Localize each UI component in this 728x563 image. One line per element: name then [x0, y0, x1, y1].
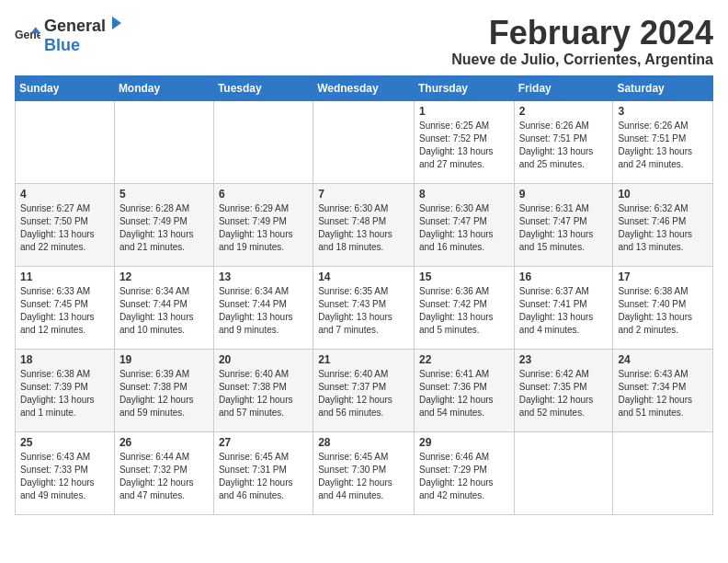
- calendar-week-row: 11Sunrise: 6:33 AM Sunset: 7:45 PM Dayli…: [16, 266, 713, 349]
- day-info: Sunrise: 6:45 AM Sunset: 7:31 PM Dayligh…: [219, 451, 308, 502]
- calendar-cell: 14Sunrise: 6:35 AM Sunset: 7:43 PM Dayli…: [313, 266, 415, 349]
- logo: General General Blue: [15, 15, 123, 55]
- calendar-cell: 26Sunrise: 6:44 AM Sunset: 7:32 PM Dayli…: [114, 431, 213, 514]
- calendar-cell: [213, 100, 313, 183]
- day-number: 9: [519, 188, 609, 201]
- calendar-cell: 23Sunrise: 6:42 AM Sunset: 7:35 PM Dayli…: [514, 349, 613, 431]
- calendar-table: SundayMondayTuesdayWednesdayThursdayFrid…: [15, 75, 713, 515]
- day-info: Sunrise: 6:26 AM Sunset: 7:51 PM Dayligh…: [519, 120, 609, 171]
- calendar-cell: [313, 100, 415, 183]
- calendar-cell: 25Sunrise: 6:43 AM Sunset: 7:33 PM Dayli…: [16, 431, 115, 514]
- day-info: Sunrise: 6:30 AM Sunset: 7:47 PM Dayligh…: [419, 202, 509, 254]
- day-info: Sunrise: 6:28 AM Sunset: 7:49 PM Dayligh…: [119, 202, 209, 254]
- day-info: Sunrise: 6:32 AM Sunset: 7:46 PM Dayligh…: [618, 202, 708, 254]
- day-number: 4: [20, 188, 109, 201]
- day-number: 17: [618, 270, 708, 283]
- day-number: 2: [519, 105, 609, 118]
- day-number: 8: [419, 188, 509, 201]
- day-number: 13: [219, 270, 308, 283]
- logo-icon: General: [15, 22, 40, 48]
- day-info: Sunrise: 6:42 AM Sunset: 7:35 PM Dayligh…: [519, 368, 609, 419]
- day-info: Sunrise: 6:25 AM Sunset: 7:52 PM Dayligh…: [419, 120, 509, 171]
- day-number: 5: [119, 188, 209, 201]
- calendar-cell: [514, 431, 613, 514]
- day-number: 24: [618, 353, 708, 366]
- calendar-cell: [613, 431, 713, 514]
- day-number: 11: [20, 270, 109, 283]
- calendar-cell: 6Sunrise: 6:29 AM Sunset: 7:49 PM Daylig…: [213, 183, 313, 266]
- calendar-cell: 4Sunrise: 6:27 AM Sunset: 7:50 PM Daylig…: [16, 183, 115, 266]
- day-number: 29: [419, 436, 509, 449]
- day-number: 12: [119, 270, 209, 283]
- calendar-cell: 8Sunrise: 6:30 AM Sunset: 7:47 PM Daylig…: [414, 183, 514, 266]
- day-info: Sunrise: 6:34 AM Sunset: 7:44 PM Dayligh…: [219, 285, 308, 337]
- day-number: 18: [20, 353, 109, 366]
- calendar-cell: 13Sunrise: 6:34 AM Sunset: 7:44 PM Dayli…: [213, 266, 313, 349]
- calendar-cell: 18Sunrise: 6:38 AM Sunset: 7:39 PM Dayli…: [16, 349, 115, 431]
- calendar-cell: 7Sunrise: 6:30 AM Sunset: 7:48 PM Daylig…: [313, 183, 415, 266]
- page-subtitle: Nueve de Julio, Corrientes, Argentina: [451, 52, 713, 68]
- day-number: 7: [318, 188, 409, 201]
- calendar-cell: 28Sunrise: 6:45 AM Sunset: 7:30 PM Dayli…: [313, 431, 415, 514]
- day-number: 3: [618, 105, 708, 118]
- calendar-cell: 27Sunrise: 6:45 AM Sunset: 7:31 PM Dayli…: [213, 431, 313, 514]
- day-number: 14: [318, 270, 409, 283]
- day-number: 19: [119, 353, 209, 366]
- page-header: General General Blue February 2024 Nueve…: [15, 15, 713, 68]
- day-info: Sunrise: 6:35 AM Sunset: 7:43 PM Dayligh…: [318, 285, 409, 337]
- day-number: 21: [318, 353, 409, 366]
- calendar-cell: 24Sunrise: 6:43 AM Sunset: 7:34 PM Dayli…: [613, 349, 713, 431]
- weekday-header-sunday: Sunday: [16, 75, 115, 100]
- day-number: 16: [519, 270, 609, 283]
- day-number: 1: [419, 105, 509, 118]
- calendar-body: 1Sunrise: 6:25 AM Sunset: 7:52 PM Daylig…: [16, 100, 713, 514]
- day-info: Sunrise: 6:29 AM Sunset: 7:49 PM Dayligh…: [219, 202, 308, 254]
- day-info: Sunrise: 6:30 AM Sunset: 7:48 PM Dayligh…: [318, 202, 409, 254]
- calendar-week-row: 1Sunrise: 6:25 AM Sunset: 7:52 PM Daylig…: [16, 100, 713, 183]
- svg-marker-2: [112, 17, 121, 29]
- day-number: 25: [20, 436, 109, 449]
- day-info: Sunrise: 6:43 AM Sunset: 7:33 PM Dayligh…: [20, 451, 109, 502]
- logo-general: General: [44, 17, 106, 36]
- calendar-week-row: 4Sunrise: 6:27 AM Sunset: 7:50 PM Daylig…: [16, 183, 713, 266]
- weekday-header-tuesday: Tuesday: [213, 75, 313, 100]
- calendar-cell: 9Sunrise: 6:31 AM Sunset: 7:47 PM Daylig…: [514, 183, 613, 266]
- day-info: Sunrise: 6:26 AM Sunset: 7:51 PM Dayligh…: [618, 120, 708, 171]
- day-info: Sunrise: 6:43 AM Sunset: 7:34 PM Dayligh…: [618, 368, 708, 419]
- day-number: 22: [419, 353, 509, 366]
- day-info: Sunrise: 6:44 AM Sunset: 7:32 PM Dayligh…: [119, 451, 209, 502]
- weekday-header-row: SundayMondayTuesdayWednesdayThursdayFrid…: [16, 75, 713, 100]
- calendar-cell: 17Sunrise: 6:38 AM Sunset: 7:40 PM Dayli…: [613, 266, 713, 349]
- logo-blue: Blue: [44, 36, 80, 54]
- calendar-cell: 21Sunrise: 6:40 AM Sunset: 7:37 PM Dayli…: [313, 349, 415, 431]
- day-number: 23: [519, 353, 609, 366]
- weekday-header-thursday: Thursday: [414, 75, 514, 100]
- day-number: 28: [318, 436, 409, 449]
- day-info: Sunrise: 6:33 AM Sunset: 7:45 PM Dayligh…: [20, 285, 109, 337]
- day-info: Sunrise: 6:41 AM Sunset: 7:36 PM Dayligh…: [419, 368, 509, 419]
- day-info: Sunrise: 6:38 AM Sunset: 7:40 PM Dayligh…: [618, 285, 708, 337]
- calendar-cell: [16, 100, 115, 183]
- calendar-cell: [114, 100, 213, 183]
- day-info: Sunrise: 6:36 AM Sunset: 7:42 PM Dayligh…: [419, 285, 509, 337]
- calendar-cell: 2Sunrise: 6:26 AM Sunset: 7:51 PM Daylig…: [514, 100, 613, 183]
- weekday-header-monday: Monday: [114, 75, 213, 100]
- day-info: Sunrise: 6:45 AM Sunset: 7:30 PM Dayligh…: [318, 451, 409, 502]
- day-number: 26: [119, 436, 209, 449]
- calendar-cell: 19Sunrise: 6:39 AM Sunset: 7:38 PM Dayli…: [114, 349, 213, 431]
- day-number: 6: [219, 188, 308, 201]
- day-number: 10: [618, 188, 708, 201]
- calendar-week-row: 25Sunrise: 6:43 AM Sunset: 7:33 PM Dayli…: [16, 431, 713, 514]
- calendar-cell: 5Sunrise: 6:28 AM Sunset: 7:49 PM Daylig…: [114, 183, 213, 266]
- weekday-header-saturday: Saturday: [613, 75, 713, 100]
- calendar-cell: 3Sunrise: 6:26 AM Sunset: 7:51 PM Daylig…: [613, 100, 713, 183]
- calendar-cell: 10Sunrise: 6:32 AM Sunset: 7:46 PM Dayli…: [613, 183, 713, 266]
- day-info: Sunrise: 6:40 AM Sunset: 7:38 PM Dayligh…: [219, 368, 308, 419]
- day-number: 15: [419, 270, 509, 283]
- day-info: Sunrise: 6:34 AM Sunset: 7:44 PM Dayligh…: [119, 285, 209, 337]
- weekday-header-wednesday: Wednesday: [313, 75, 415, 100]
- title-section: February 2024 Nueve de Julio, Corrientes…: [451, 15, 713, 68]
- logo-arrow-icon: [107, 15, 123, 31]
- day-number: 27: [219, 436, 308, 449]
- day-number: 20: [219, 353, 308, 366]
